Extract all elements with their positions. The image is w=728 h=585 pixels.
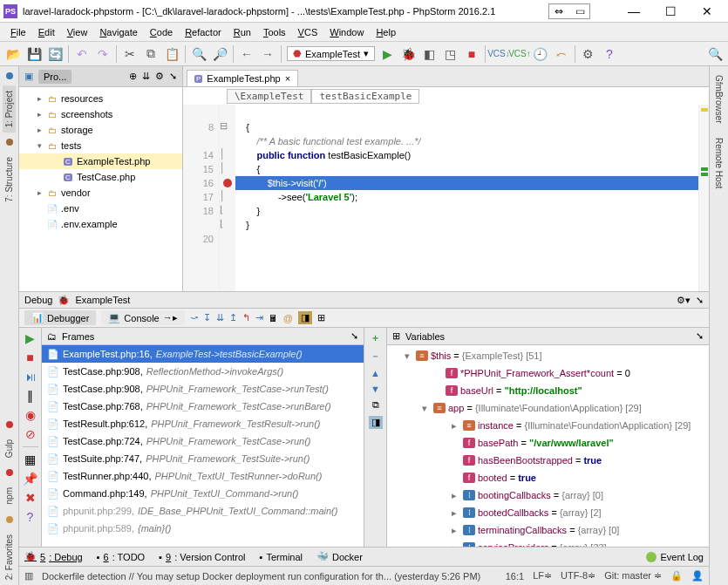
search-everywhere-icon[interactable]: 🔍 (707, 46, 723, 62)
tree-item[interactable]: ▾🗀tests (19, 138, 182, 153)
menu-code[interactable]: Code (145, 25, 178, 39)
hector-icon[interactable]: 👤 (691, 570, 704, 582)
debug-icon[interactable]: 🐞 (401, 46, 417, 62)
history-icon[interactable]: 🕘 (533, 46, 548, 62)
help-icon[interactable]: ? (27, 510, 34, 524)
menu-help[interactable]: Help (371, 25, 401, 39)
pin-icon[interactable]: 📌 (23, 472, 37, 486)
variable-row[interactable]: ▸⁞ terminatingCallbacks = {array} [0] (387, 521, 709, 539)
variable-row[interactable]: ▾≡ app = {Illuminate\Foundation\Applicat… (387, 399, 709, 417)
scroll-from-source-icon[interactable]: ⊕ (129, 71, 137, 82)
gulp-tool-tab[interactable]: Gulp (3, 434, 16, 463)
editor-gutter[interactable]: 8141516171820 (183, 105, 220, 291)
tree-item[interactable]: ▸🗀storage (19, 122, 182, 138)
bottom-tab-version-control[interactable]: ▪ 9: Version Control (159, 552, 245, 562)
collapse-all-icon[interactable]: ⇊ (142, 71, 150, 82)
project-view-tab[interactable]: Pro... (38, 70, 71, 84)
bottom-tab-todo[interactable]: ▪ 6: TODO (97, 552, 146, 562)
paste-icon[interactable]: 📋 (164, 46, 180, 62)
file-encoding[interactable]: UTF-8≑ (561, 570, 595, 582)
debug-hide-icon[interactable]: ➘ (696, 295, 704, 306)
stop-icon[interactable]: ■ (464, 46, 480, 62)
menu-edit[interactable]: Edit (33, 25, 60, 39)
menu-window[interactable]: Window (324, 25, 369, 39)
mute-breakpoints-icon[interactable]: ⊘ (25, 427, 36, 441)
hide-icon[interactable]: ➘ (169, 71, 177, 82)
line-separator[interactable]: LF≑ (533, 570, 552, 582)
up-icon[interactable]: ▲ (371, 368, 380, 378)
variable-row[interactable]: f basePath = "/var/www/laravel" (387, 434, 709, 452)
layout-icon[interactable]: ▦ (24, 452, 36, 466)
close-debug-icon[interactable]: ✖ (25, 491, 36, 505)
step-out-icon[interactable]: ↥ (229, 312, 237, 323)
tree-item[interactable]: 📄.env.example (19, 216, 182, 232)
watches-toggle-icon[interactable]: ◨ (298, 311, 312, 324)
settings-icon[interactable]: ⚙ (581, 46, 596, 62)
back-icon[interactable]: ← (239, 46, 255, 62)
tree-item[interactable]: ▸🗀vendor (19, 185, 182, 201)
copy-icon[interactable]: ⧉ (143, 46, 159, 62)
variables-tree[interactable]: ▾≡ $this = {ExampleTest} [51]f *PHPUnit_… (387, 345, 709, 547)
menu-file[interactable]: File (5, 25, 31, 39)
variable-row[interactable]: ▾≡ $this = {ExampleTest} [51] (387, 347, 709, 364)
breadcrumb-class[interactable]: \ExampleTest (227, 89, 311, 104)
coverage-icon[interactable]: ◧ (422, 46, 438, 62)
find-icon[interactable]: 🔍 (191, 46, 207, 62)
profile-icon[interactable]: ◳ (443, 46, 459, 62)
project-tree[interactable]: ▸🗀resources▸🗀screenshots▸🗀storage▾🗀tests… (19, 87, 182, 291)
run-config-selector[interactable]: ⬣ ExampleTest ▾ (287, 46, 375, 61)
caret-position[interactable]: 16:1 (506, 571, 524, 582)
remove-watch-icon[interactable]: － (371, 350, 380, 363)
debug-settings-icon[interactable]: ⚙▾ (677, 295, 691, 306)
project-tool-tab[interactable]: 1: Project (3, 85, 16, 133)
step-over-icon[interactable]: ⤻ (190, 312, 198, 323)
event-log-tab[interactable]: Event Log (646, 552, 704, 562)
frame-row[interactable]: 📄 phpunit.php:299, IDE_Base_PHPUnit_Text… (42, 502, 364, 520)
console-tab[interactable]: 💻 Console →▸ (101, 310, 184, 325)
git-branch[interactable]: Git: master ≑ (604, 570, 662, 582)
stop-debug-icon[interactable]: ■ (26, 350, 33, 364)
editor-tab[interactable]: P ExampleTest.php × (187, 70, 298, 86)
vcs-update-icon[interactable]: VCS↓ (491, 46, 507, 62)
editor-content[interactable]: { /** A basic functional test example. .… (235, 105, 698, 291)
settings-gear-icon[interactable]: ⚙ (155, 71, 164, 82)
variable-row[interactable]: f hasBeenBootstrapped = true (387, 452, 709, 469)
frame-row[interactable]: 📄 TestCase.php:908, PHPUnit_Framework_Te… (42, 380, 364, 398)
fullscreen-controls[interactable]: ⇔▭ (548, 3, 590, 19)
menu-run[interactable]: Run (228, 25, 256, 39)
frame-row[interactable]: 📄 ExampleTest.php:16, ExampleTest->testB… (42, 345, 364, 363)
variable-row[interactable]: f *PHPUnit_Framework_Assert*count = 0 (387, 364, 709, 382)
structure-tool-tab[interactable]: 7: Structure (3, 152, 16, 207)
pause-icon[interactable]: ‖ (27, 389, 33, 403)
run-icon[interactable]: ▶ (380, 46, 396, 62)
mark-icon[interactable]: @ (283, 313, 293, 323)
frame-row[interactable]: 📄 Command.php:149, PHPUnit_TextUI_Comman… (42, 485, 364, 502)
minimize-button[interactable]: — (616, 2, 651, 21)
revert-icon[interactable]: ⤺ (554, 46, 569, 62)
sync-icon[interactable]: 🔄 (47, 46, 63, 62)
breadcrumb-method[interactable]: testBasicExample (311, 89, 419, 104)
variable-row[interactable]: ▸⁞ serviceProviders = {array} [33] (387, 539, 709, 547)
open-icon[interactable]: 📂 (5, 46, 21, 62)
show-watches-icon[interactable]: ◨ (369, 416, 383, 429)
maximize-button[interactable]: ☐ (653, 2, 688, 21)
variables-hide-icon[interactable]: ➘ (696, 330, 704, 342)
view-breakpoints-icon[interactable]: ◉ (25, 408, 36, 422)
rerun-icon[interactable]: ▶ (25, 331, 35, 345)
drop-frame-icon[interactable]: ↰ (242, 312, 250, 323)
evaluate-icon[interactable]: 🖩 (269, 313, 278, 323)
gfmbrowser-tool-tab[interactable]: GfmBrowser (712, 70, 725, 129)
variable-row[interactable]: ▸⁞ bootedCallbacks = {array} [2] (387, 504, 709, 521)
add-watch-icon[interactable]: ＋ (371, 331, 380, 344)
run-to-cursor-icon[interactable]: ⇥ (255, 312, 263, 323)
redo-icon[interactable]: ↷ (95, 46, 111, 62)
variable-row[interactable]: ▸≡ instance = {Illuminate\Foundation\App… (387, 417, 709, 434)
bottom-tab-docker[interactable]: 🐳 Docker (316, 551, 363, 562)
variable-row[interactable]: f booted = true (387, 469, 709, 486)
menu-navigate[interactable]: Navigate (94, 25, 142, 39)
layout-settings-icon[interactable]: ⊞ (317, 312, 325, 323)
frame-row[interactable]: 📄 TestCase.php:768, PHPUnit_Framework_Te… (42, 398, 364, 415)
resume-icon[interactable]: ⏯ (24, 370, 37, 384)
help-icon[interactable]: ? (602, 46, 617, 62)
frame-row[interactable]: 📄 TestCase.php:908, ReflectionMethod->in… (42, 363, 364, 380)
